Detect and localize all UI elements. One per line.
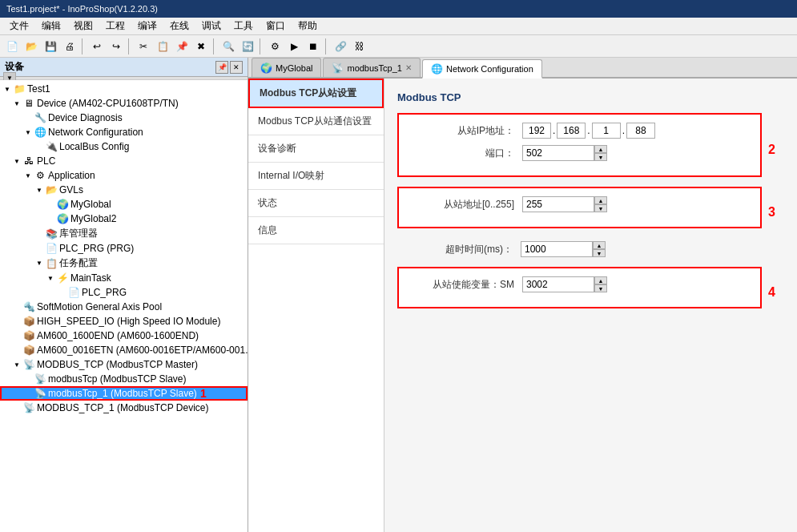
menu-edit[interactable]: 编辑 bbox=[35, 18, 67, 34]
expand-gvls[interactable]: ▼ bbox=[34, 184, 45, 195]
sep1 bbox=[82, 38, 85, 54]
expand-modbus[interactable]: ▼ bbox=[11, 359, 22, 370]
tab-myglobal[interactable]: 🌍 MyGlobal bbox=[252, 58, 321, 77]
addr-input[interactable] bbox=[522, 196, 594, 212]
tree-item-myglobal2[interactable]: ▶ 🌍 MyGlobal2 bbox=[0, 212, 248, 226]
addr-label: 从站地址[0..255] bbox=[410, 198, 522, 212]
expand-app[interactable]: ▼ bbox=[22, 170, 34, 181]
menu-tools[interactable]: 工具 bbox=[227, 18, 260, 34]
tb-delete[interactable]: ✖ bbox=[192, 38, 210, 55]
var-input[interactable] bbox=[522, 276, 594, 292]
tree-item-application[interactable]: ▼ ⚙ Application bbox=[0, 168, 248, 183]
tb-run[interactable]: ▶ bbox=[285, 38, 303, 55]
addr-down[interactable]: ▼ bbox=[594, 204, 607, 212]
nav-item-status[interactable]: 状态 bbox=[248, 190, 384, 217]
tree-item-softmotion[interactable]: ▶ 🔩 SoftMotion General Axis Pool bbox=[0, 300, 248, 314]
tb-copy[interactable]: 📋 bbox=[154, 38, 171, 55]
ip-dot3: . bbox=[622, 125, 625, 136]
tree-item-high-speed[interactable]: ▶ 📦 HIGH_SPEED_IO (High Speed IO Module) bbox=[0, 314, 248, 328]
addr-up[interactable]: ▲ bbox=[594, 196, 607, 204]
timeout-row-container: 超时时间(ms)： ▲ ▼ bbox=[397, 238, 762, 267]
left-panel-header: 设备 📌 ✕ bbox=[0, 58, 248, 77]
tree-item-plcprg2[interactable]: ▶ 📄 PLC_PRG bbox=[0, 285, 248, 300]
expand-tasks[interactable]: ▼ bbox=[34, 258, 45, 269]
menu-view[interactable]: 视图 bbox=[67, 18, 99, 34]
var-up[interactable]: ▲ bbox=[594, 276, 607, 284]
nav-item-internal-io[interactable]: Internal I/O映射 bbox=[248, 163, 384, 190]
expand-plc[interactable]: ▼ bbox=[11, 155, 22, 167]
port-input[interactable] bbox=[522, 145, 594, 161]
globe-icon: 🌍 bbox=[56, 198, 69, 211]
tree-label: AM600_1600END (AM600-1600END) bbox=[37, 330, 199, 341]
tree-item-gvls[interactable]: ▼ 📂 GVLs bbox=[0, 183, 248, 197]
tree-item-plc-prg[interactable]: ▶ 📄 PLC_PRG (PRG) bbox=[0, 241, 248, 256]
menu-compile[interactable]: 编译 bbox=[131, 18, 163, 34]
ip-seg2[interactable] bbox=[557, 123, 586, 139]
device-tree[interactable]: ▼ 📁 Test1 ▼ 🖥 Device (AM402-CPU1608TP/TN… bbox=[0, 80, 248, 532]
tree-item-am600-etn[interactable]: ▶ 📦 AM600_0016ETN (AM600-0016ETP/AM600-0… bbox=[0, 343, 248, 357]
var-down[interactable]: ▼ bbox=[594, 284, 607, 292]
port-down[interactable]: ▼ bbox=[594, 153, 607, 161]
menu-window[interactable]: 窗口 bbox=[260, 18, 292, 34]
tree-item-modbustcp[interactable]: ▶ 📡 modbusTcp (ModbusTCP Slave) bbox=[0, 372, 248, 386]
tb-redo[interactable]: ↪ bbox=[107, 38, 125, 55]
ip-seg4[interactable] bbox=[626, 123, 655, 139]
tab-myglobal-icon: 🌍 bbox=[260, 62, 272, 74]
tb-paste[interactable]: 📌 bbox=[173, 38, 191, 55]
nav-item-slave-comm[interactable]: Modbus TCP从站通信设置 bbox=[248, 108, 384, 135]
tree-item-myglobal[interactable]: ▶ 🌍 MyGlobal bbox=[0, 197, 248, 212]
tb-undo[interactable]: ↩ bbox=[88, 38, 106, 55]
tb-open[interactable]: 📂 bbox=[22, 38, 40, 55]
tree-label: GVLs bbox=[59, 184, 83, 195]
ip-seg1[interactable] bbox=[522, 123, 551, 139]
panel-close[interactable]: ✕ bbox=[230, 61, 243, 74]
tb-replace[interactable]: 🔄 bbox=[239, 38, 256, 55]
tab-netconfig[interactable]: 🌐 Network Configuration bbox=[422, 59, 542, 79]
tb-save[interactable]: 💾 bbox=[42, 38, 59, 55]
expand-test1[interactable]: ▼ bbox=[2, 83, 13, 95]
tree-item-modbus-tcp[interactable]: ▼ 📡 MODBUS_TCP (ModbusTCP Master) bbox=[0, 357, 248, 372]
tb-new[interactable]: 📄 bbox=[3, 38, 21, 55]
tree-item-plc[interactable]: ▼ 🖧 PLC bbox=[0, 154, 248, 168]
tb-connect[interactable]: 🔗 bbox=[332, 38, 349, 55]
tree-item-maintask[interactable]: ▼ ⚡ MainTask bbox=[0, 271, 248, 285]
timeout-spinbox-btns: ▲ ▼ bbox=[593, 241, 606, 257]
tree-item-modbus-tcp-1[interactable]: ▶ 📡 MODBUS_TCP_1 (ModbusTCP Device) bbox=[0, 401, 248, 415]
nav-item-slave-settings[interactable]: Modbus TCP从站设置 bbox=[248, 79, 384, 108]
timeout-up[interactable]: ▲ bbox=[593, 241, 606, 249]
nav-item-device-diag[interactable]: 设备诊断 bbox=[248, 135, 384, 163]
menu-online[interactable]: 在线 bbox=[163, 18, 195, 34]
tree-item-am600-1600[interactable]: ▶ 📦 AM600_1600END (AM600-1600END) bbox=[0, 328, 248, 343]
menu-help[interactable]: 帮助 bbox=[292, 18, 324, 34]
tb-print[interactable]: 🖨 bbox=[61, 38, 78, 55]
menu-file[interactable]: 文件 bbox=[3, 18, 35, 34]
tree-item-lib[interactable]: ▶ 📚 库管理器 bbox=[0, 226, 248, 241]
menu-debug[interactable]: 调试 bbox=[195, 18, 227, 34]
panel-pin[interactable]: 📌 bbox=[215, 61, 228, 74]
expand-netconfig[interactable]: ▼ bbox=[22, 127, 34, 138]
port-up[interactable]: ▲ bbox=[594, 145, 607, 153]
tb-stop[interactable]: ⏹ bbox=[304, 38, 322, 55]
tree-item-network-config[interactable]: ▼ 🌐 Network Configuration bbox=[0, 125, 248, 139]
tab-modbustcp1-close[interactable]: ✕ bbox=[405, 63, 412, 72]
tree-item-modbustcp1[interactable]: ▶ 📡 modbusTcp_1 (ModbusTCP Slave) 1 bbox=[0, 386, 248, 401]
expand-device[interactable]: ▼ bbox=[11, 98, 22, 109]
panel-controls: 📌 ✕ bbox=[215, 61, 243, 74]
timeout-input[interactable] bbox=[521, 241, 593, 257]
tb-find[interactable]: 🔍 bbox=[219, 38, 237, 55]
menu-project[interactable]: 工程 bbox=[99, 18, 131, 34]
tree-item-device[interactable]: ▼ 🖥 Device (AM402-CPU1608TP/TN) bbox=[0, 96, 248, 111]
expand-maintask[interactable]: ▼ bbox=[45, 272, 56, 284]
nav-item-info[interactable]: 信息 bbox=[248, 217, 384, 244]
tab-modbustcp1[interactable]: 📡 modbusTcp_1 ✕ bbox=[323, 58, 421, 77]
timeout-down[interactable]: ▼ bbox=[593, 249, 606, 257]
tb-cut[interactable]: ✂ bbox=[135, 38, 152, 55]
tree-item-test1[interactable]: ▼ 📁 Test1 bbox=[0, 82, 248, 96]
tree-item-localbus[interactable]: ▶ 🔌 LocalBus Config bbox=[0, 139, 248, 154]
tree-item-tasks[interactable]: ▼ 📋 任务配置 bbox=[0, 256, 248, 271]
tb-disconnect[interactable]: ⛓ bbox=[351, 38, 368, 55]
tb-build[interactable]: ⚙ bbox=[266, 38, 284, 55]
tree-item-device-diag[interactable]: ▶ 🔧 Device Diagnosis bbox=[0, 111, 248, 125]
tab-bar: 🌍 MyGlobal 📡 modbusTcp_1 ✕ 🌐 Network Con… bbox=[248, 58, 797, 79]
ip-seg3[interactable] bbox=[592, 123, 621, 139]
